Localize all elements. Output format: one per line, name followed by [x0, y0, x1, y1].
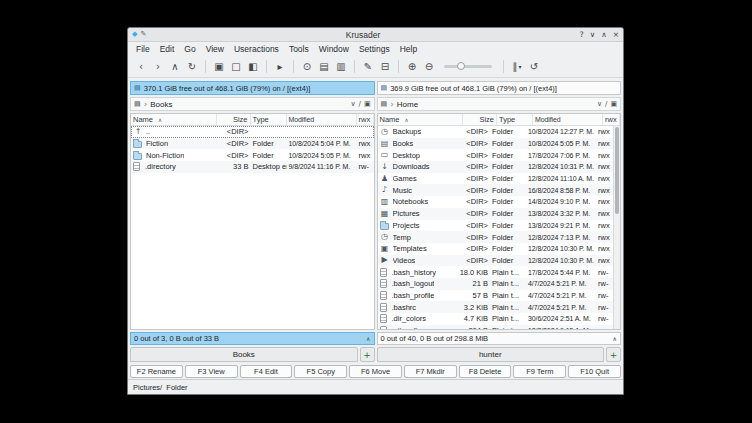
menu-useractions[interactable]: Useractions [229, 44, 284, 54]
file-row[interactable]: .bash_profile57 BPlain t...4/7/2024 5:21… [378, 290, 614, 302]
f9-button[interactable]: F9 Term [513, 365, 566, 378]
f8-button[interactable]: F8 Delete [459, 365, 512, 378]
menu-help[interactable]: Help [395, 44, 422, 54]
file-row[interactable]: .bash_logout21 BPlain t...4/7/2024 5:21 … [378, 278, 614, 290]
file-row[interactable]: ◷Backups<DIR>Folder10/8/2024 12:27 P. M.… [378, 126, 614, 138]
invert-selection-icon[interactable]: ◧ [245, 58, 261, 75]
f7-button[interactable]: F7 Mkdir [404, 365, 457, 378]
places-icon[interactable] [381, 101, 388, 108]
file-row[interactable]: ▥Notebooks<DIR>Folder14/8/2024 9:10 P. M… [378, 196, 614, 208]
file-type: Folder [490, 127, 526, 136]
right-file-list[interactable]: ◷Backups<DIR>Folder10/8/2024 12:27 P. M.… [378, 126, 614, 329]
title-bar[interactable]: Krusader ?∨∧× [128, 28, 623, 42]
f5-button[interactable]: F5 Copy [294, 365, 347, 378]
menu-file[interactable]: File [131, 44, 155, 54]
file-row[interactable]: .bashrc3.2 KiBPlain t...4/7/2024 5:21 P.… [378, 301, 614, 313]
forward-icon[interactable]: › [150, 58, 166, 75]
up-icon[interactable]: ∧ [167, 58, 183, 75]
places-icon[interactable] [134, 101, 141, 108]
slider-thumb[interactable] [457, 62, 465, 70]
panel-popup-icon[interactable] [364, 101, 371, 108]
column-header-name[interactable]: Name∧ [378, 114, 464, 125]
brush-icon[interactable]: ✎ [360, 58, 376, 75]
history-dropdown-icon[interactable] [597, 101, 602, 108]
file-name: Fiction [146, 139, 168, 148]
clock-icon: ◷ [380, 127, 390, 136]
scrollbar[interactable] [613, 126, 620, 329]
menu-view[interactable]: View [201, 44, 229, 54]
f3-button[interactable]: F3 View [185, 365, 238, 378]
maximize-button[interactable]: ∧ [601, 30, 607, 39]
help-button[interactable]: ? [580, 30, 584, 39]
right-info-bar[interactable]: 369.9 GiB free out of 468.1 GiB (79%) on… [377, 81, 622, 95]
zoom-in-icon[interactable]: ⊕ [404, 58, 420, 75]
close-button[interactable]: × [613, 30, 619, 39]
copy-icon[interactable]: ▤ [316, 58, 332, 75]
column-header-type[interactable]: Type [497, 114, 533, 125]
file-row[interactable]: Non-Fiction<DIR>Folder10/8/2024 5:05 P. … [131, 149, 374, 161]
f4-button[interactable]: F4 Edit [240, 365, 293, 378]
menu-edit[interactable]: Edit [155, 44, 180, 54]
file-row[interactable]: ▣Templates<DIR>Folder12/8/2024 10:30 P. … [378, 243, 614, 255]
minimize-button[interactable]: ∨ [590, 30, 596, 39]
panel-popup-icon[interactable] [610, 101, 617, 108]
new-tab-button[interactable] [360, 347, 375, 362]
root-folder-icon[interactable] [359, 101, 361, 108]
column-header-rwx[interactable]: rwx [603, 114, 620, 125]
file-row[interactable]: .bash_history18.0 KiBPlain t...17/8/2024… [378, 266, 614, 278]
scrollbar-thumb[interactable] [615, 127, 619, 214]
file-row[interactable]: ↓Downloads<DIR>Folder12/8/2024 10:31 P. … [378, 161, 614, 173]
reload-icon[interactable]: ↻ [184, 58, 200, 75]
tab-hunter[interactable]: hunter [377, 347, 605, 362]
history-dropdown-icon[interactable] [350, 101, 355, 108]
totals-caret-icon[interactable] [613, 335, 617, 342]
file-row[interactable]: .directory33 BDesktop en...9/8/2024 11:1… [131, 161, 374, 173]
root-folder-icon[interactable] [605, 101, 607, 108]
file-row[interactable]: ▤Books<DIR>Folder10/8/2024 5:05 P. M.rwx [378, 138, 614, 150]
file-row[interactable]: ♪Music<DIR>Folder16/8/2024 8:58 P. M.rwx [378, 184, 614, 196]
column-header-name[interactable]: Name∧ [131, 114, 217, 125]
new-tab-button[interactable] [606, 347, 621, 362]
left-file-list[interactable]: ↑..<DIR>Fiction<DIR>Folder10/8/2024 5:04… [131, 126, 374, 329]
find-icon[interactable]: ⊙ [299, 58, 315, 75]
file-row[interactable]: ♟Games<DIR>Folder12/8/2024 11:10 A. M.rw… [378, 173, 614, 185]
file-row[interactable]: ▦Pictures<DIR>Folder13/8/2024 3:32 P. M.… [378, 208, 614, 220]
menu-window[interactable]: Window [314, 44, 354, 54]
left-breadcrumb-folder[interactable]: Books [150, 100, 172, 109]
menu-tools[interactable]: Tools [284, 44, 314, 54]
left-info-bar[interactable]: 370.1 GiB free out of 468.1 GiB (79%) on… [130, 81, 375, 95]
file-row[interactable]: ▭Desktop<DIR>Folder17/8/2024 7:06 P. M.r… [378, 149, 614, 161]
right-breadcrumb-folder[interactable]: Home [397, 100, 418, 109]
pointer-icon[interactable]: ▸ [272, 58, 288, 75]
column-header-rwx[interactable]: rwx [357, 114, 374, 125]
file-row[interactable]: ◷Temp<DIR>Folder12/8/2024 7:13 P. M.rwx [378, 231, 614, 243]
pause-icon[interactable]: ∥▾ [509, 58, 525, 75]
duplicate-icon[interactable]: ▥ [333, 58, 349, 75]
file-row[interactable]: Fiction<DIR>Folder10/8/2024 5:04 P. M.rw… [131, 138, 374, 150]
file-row[interactable]: ↑..<DIR> [131, 126, 374, 138]
unselect-group-icon[interactable]: □ [228, 58, 244, 75]
f2-button[interactable]: F2 Rename [130, 365, 183, 378]
menu-settings[interactable]: Settings [354, 44, 395, 54]
icon-zoom-slider[interactable] [444, 65, 492, 68]
back-icon[interactable]: ‹ [133, 58, 149, 75]
loop-icon[interactable]: ↺ [526, 58, 542, 75]
file-row[interactable]: .dir_colors4.7 KiBPlain t...30/6/2024 2:… [378, 313, 614, 325]
select-group-icon[interactable]: ▣ [211, 58, 227, 75]
f6-button[interactable]: F6 Move [349, 365, 402, 378]
column-header-modified[interactable]: Modified [287, 114, 357, 125]
file-rwx: rw- [596, 303, 613, 312]
file-row[interactable]: ▶Videos<DIR>Folder12/8/2024 10:30 P. M.r… [378, 255, 614, 267]
column-header-size[interactable]: Size [217, 114, 251, 125]
zoom-out-icon[interactable]: ⊖ [421, 58, 437, 75]
file-row[interactable]: Projects<DIR>Folder13/8/2024 9:21 P. M.r… [378, 220, 614, 232]
column-header-modified[interactable]: Modified [533, 114, 603, 125]
tab-books[interactable]: Books [130, 347, 358, 362]
totals-caret-icon[interactable] [366, 335, 370, 342]
column-header-size[interactable]: Size [463, 114, 497, 125]
f10-button[interactable]: F10 Quit [568, 365, 621, 378]
trash-icon[interactable]: ⊟ [377, 58, 393, 75]
column-header-type[interactable]: Type [251, 114, 287, 125]
menu-go[interactable]: Go [179, 44, 200, 54]
file-row[interactable]: .gitconfig204 BPlain t...12/8/2024 9:15 … [378, 325, 614, 329]
